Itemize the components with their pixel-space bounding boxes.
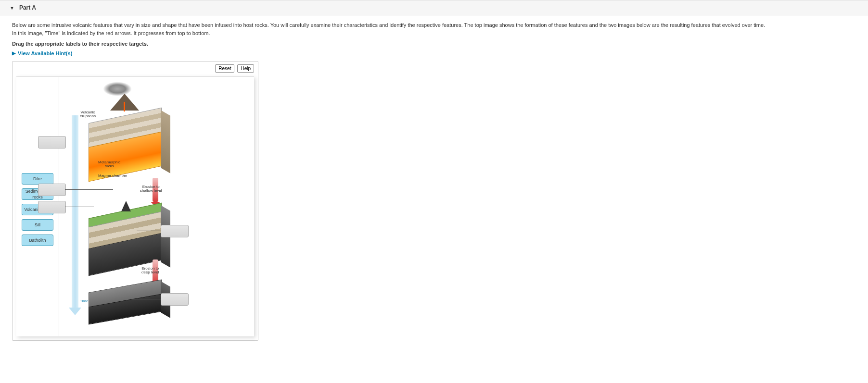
workspace-toolbar: Reset Help: [13, 62, 258, 73]
metamorphic-rocks-label: Metamorphic rocks: [98, 161, 120, 169]
magma-chamber-label: Magma chamber: [98, 174, 127, 178]
drop-target-5[interactable]: [161, 293, 189, 306]
block-bottom: [89, 279, 161, 317]
caret-right-icon: ▶: [12, 50, 16, 56]
drop-target-2[interactable]: [38, 184, 66, 196]
block-middle: [89, 202, 161, 269]
drop-target-1[interactable]: [38, 136, 66, 148]
drop-target-3[interactable]: [38, 201, 66, 213]
help-button[interactable]: Help: [237, 64, 254, 73]
description-text: Below are some intrusive volcanic featur…: [12, 21, 856, 37]
drop-target-4[interactable]: [161, 225, 189, 237]
view-hints-link[interactable]: ▶ View Available Hint(s): [12, 50, 72, 56]
volcanic-eruptions-label: Volcanic eruptions: [80, 111, 96, 119]
label-dike[interactable]: Dike: [22, 173, 53, 185]
work-area: Dike Sedimentary rocks Volcanic neck Sil…: [16, 76, 254, 336]
label-batholith[interactable]: Batholith: [22, 235, 53, 246]
lead-line-1: [65, 142, 89, 142]
block-top: [89, 106, 161, 183]
content-area: Below are some intrusive volcanic featur…: [0, 15, 868, 346]
part-header[interactable]: ▼ Part A: [0, 0, 868, 15]
time-label: Time: [80, 299, 88, 303]
volcanic-neck-shape-icon: [121, 201, 131, 211]
part-title: Part A: [19, 4, 36, 11]
time-arrow-icon: [72, 115, 78, 308]
erosion-deep-label: Erosion to deep level: [141, 267, 159, 275]
lead-line-5: [132, 299, 161, 299]
workspace: Reset Help Dike Sedimentary rocks Volcan…: [12, 61, 258, 341]
hints-label: View Available Hint(s): [18, 50, 72, 56]
lead-line-4: [137, 231, 161, 231]
collapse-caret-icon: ▼: [10, 5, 14, 11]
lead-line-3: [65, 207, 94, 207]
erosion-shallow-label: Erosion to shallow level: [140, 185, 162, 194]
reset-button[interactable]: Reset: [215, 64, 234, 73]
instruction-text: Drag the appropriate labels to their res…: [12, 41, 856, 47]
lead-line-2: [65, 189, 113, 190]
label-sill[interactable]: Sill: [22, 219, 53, 231]
